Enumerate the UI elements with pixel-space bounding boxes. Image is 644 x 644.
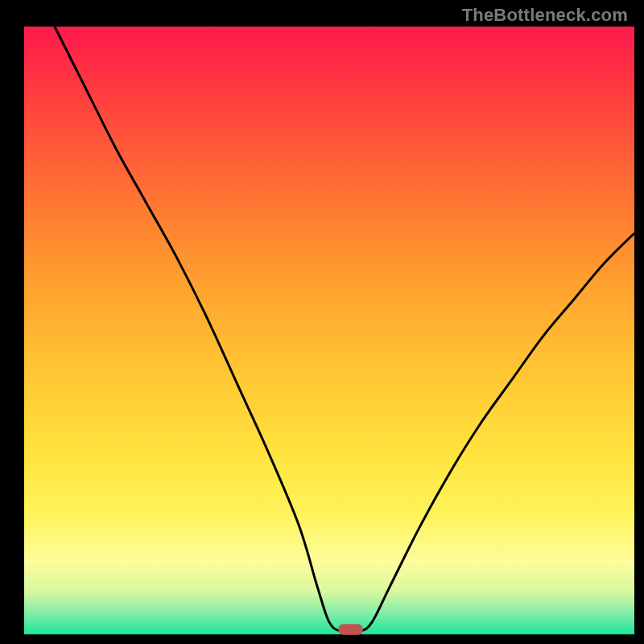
plot-area — [24, 27, 634, 634]
chart-frame — [0, 0, 644, 644]
valley-marker — [338, 624, 362, 635]
bottleneck-chart — [0, 0, 644, 644]
watermark-text: TheBottleneck.com — [462, 5, 628, 26]
